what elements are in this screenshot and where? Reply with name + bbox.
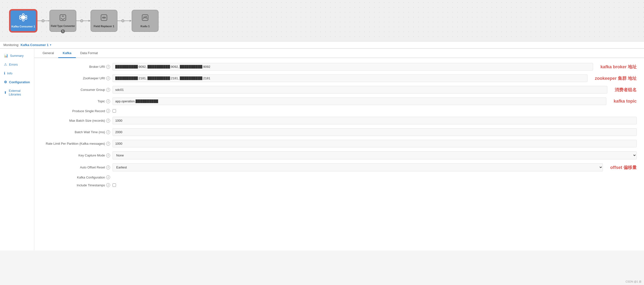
info-icon-auto-offset-reset[interactable]: i xyxy=(106,165,110,169)
field-type-converter-icon xyxy=(59,14,67,23)
sidebar-item-info[interactable]: ℹ Info xyxy=(0,69,34,78)
input-consumer-group[interactable] xyxy=(112,86,607,94)
input-zookeeper-uri[interactable] xyxy=(112,74,588,82)
pipeline-node-kudu[interactable]: Kudu 1 xyxy=(132,10,158,32)
main-layout: 📊 Summary ⚠ Errors ℹ Info ⚙ Configuratio… xyxy=(0,49,644,250)
pipeline-node-field-replacer[interactable]: Field Replacer 1 xyxy=(90,10,118,32)
info-icon-zookeeper-uri[interactable]: i xyxy=(106,76,110,80)
tab-general[interactable]: General xyxy=(38,49,58,58)
label-batch-wait-time: Batch Wait Time (ms) i xyxy=(42,130,110,134)
connector-3 xyxy=(118,19,132,22)
info-icon-consumer-group[interactable]: i xyxy=(106,88,110,92)
node-badge-field-type-converter: 1 xyxy=(61,29,65,33)
sidebar-item-errors[interactable]: ⚠ Errors xyxy=(0,60,34,69)
form-row-broker-uri: Broker URI i kafka broker 地址 xyxy=(42,63,637,71)
sidebar-label-configuration: Configuration xyxy=(9,80,30,84)
info-icon-topic[interactable]: i xyxy=(106,99,110,103)
annotation-topic: kafka topic xyxy=(614,99,637,104)
sidebar-label-external-libraries: External Libraries xyxy=(9,89,30,96)
info-icon-include-timestamps[interactable]: i xyxy=(106,183,110,187)
tab-bar: General Kafka Data Format xyxy=(34,49,644,58)
svg-marker-18 xyxy=(130,20,132,22)
svg-marker-15 xyxy=(88,20,90,22)
label-produce-single-record: Produce Single Record i xyxy=(42,109,110,113)
connector-2 xyxy=(76,19,90,22)
form-row-topic: Topic i kafka topic xyxy=(42,97,637,105)
errors-icon: ⚠ xyxy=(4,63,7,66)
svg-point-2 xyxy=(22,19,24,21)
node-label-field-type-converter: Field Type Converter xyxy=(51,25,75,28)
label-max-batch-size: Max Batch Size (records) i xyxy=(42,119,110,123)
monitoring-node-name[interactable]: Kafka Consumer 1 xyxy=(20,43,48,47)
connector-dot-3 xyxy=(121,19,124,22)
sidebar-label-errors: Errors xyxy=(9,63,18,66)
tab-kafka[interactable]: Kafka xyxy=(58,49,76,58)
form-row-auto-offset-reset: Auto Offset Reset i Earliest Latest None… xyxy=(42,163,637,171)
connector-dot-2 xyxy=(80,19,83,22)
info-icon-broker-uri[interactable]: i xyxy=(106,65,110,69)
svg-point-1 xyxy=(22,14,24,16)
node-box-field-type-converter[interactable]: Field Type Converter 1 xyxy=(50,10,76,32)
node-label-kafka-consumer: Kafka Consumer 1 xyxy=(12,25,35,28)
form-row-rate-limit: Rate Limit Per Partition (Kafka messages… xyxy=(42,140,637,147)
form-row-max-batch-size: Max Batch Size (records) i xyxy=(42,117,637,124)
pipeline-node-kafka-consumer[interactable]: Kafka Consumer 1 xyxy=(10,10,37,32)
info-icon-batch-wait-time[interactable]: i xyxy=(106,130,110,134)
svg-point-6 xyxy=(25,17,27,19)
label-consumer-group: Consumer Group i xyxy=(42,88,110,92)
checkbox-include-timestamps[interactable] xyxy=(112,183,116,187)
input-batch-wait-time[interactable] xyxy=(112,128,637,136)
kafka-consumer-icon xyxy=(19,13,28,24)
checkbox-produce-single-record[interactable] xyxy=(112,109,116,113)
sidebar-item-external-libraries[interactable]: ⬆ External Libraries xyxy=(0,86,34,99)
label-auto-offset-reset: Auto Offset Reset i xyxy=(42,165,110,169)
node-box-field-replacer[interactable]: Field Replacer 1 xyxy=(90,10,118,32)
select-auto-offset-reset[interactable]: Earliest Latest None xyxy=(112,163,603,171)
label-include-timestamps: Include Timestamps i xyxy=(42,183,110,187)
form-row-include-timestamps: Include Timestamps i xyxy=(42,183,637,187)
summary-icon: 📊 xyxy=(4,54,8,58)
form-row-produce-single-record: Produce Single Record i xyxy=(42,109,637,113)
external-libraries-icon: ⬆ xyxy=(4,91,7,95)
configuration-icon: ⚙ xyxy=(4,80,7,84)
monitoring-label: Monitoring: xyxy=(4,43,19,47)
svg-point-5 xyxy=(20,17,22,19)
form-row-batch-wait-time: Batch Wait Time (ms) i xyxy=(42,128,637,136)
info-icon-rate-limit[interactable]: i xyxy=(106,142,110,146)
node-box-kafka-consumer[interactable]: Kafka Consumer 1 xyxy=(10,10,37,32)
content-area: General Kafka Data Format Broker URI i k… xyxy=(34,49,644,250)
tab-data-format[interactable]: Data Format xyxy=(76,49,102,58)
sidebar-label-info: Info xyxy=(7,72,12,75)
form-area: Broker URI i kafka broker 地址 ZooKeeper U… xyxy=(34,58,644,196)
form-row-zookeeper-uri: ZooKeeper URI i zookeeper 集群 地址 xyxy=(42,74,637,82)
kudu-icon xyxy=(141,14,149,23)
label-key-capture-mode: Key Capture Mode i xyxy=(42,154,110,157)
pipeline-node-field-type-converter[interactable]: Field Type Converter 1 xyxy=(50,10,76,32)
sidebar: 📊 Summary ⚠ Errors ℹ Info ⚙ Configuratio… xyxy=(0,49,34,250)
sidebar-label-summary: Summary xyxy=(10,54,24,58)
annotation-zookeeper-uri: zookeeper 集群 地址 xyxy=(595,75,637,81)
input-rate-limit[interactable] xyxy=(112,140,637,147)
annotation-broker-uri: kafka broker 地址 xyxy=(600,64,637,70)
select-key-capture-mode[interactable]: None First Only All xyxy=(112,151,637,159)
monitoring-chevron[interactable]: ▾ xyxy=(50,43,52,47)
label-topic: Topic i xyxy=(42,99,110,103)
info-icon-max-batch-size[interactable]: i xyxy=(106,119,110,123)
input-broker-uri[interactable] xyxy=(112,63,593,71)
form-row-kafka-configuration: Kafka Configuration i xyxy=(42,175,637,179)
info-icon-produce-single-record[interactable]: i xyxy=(106,109,110,113)
label-broker-uri: Broker URI i xyxy=(42,65,110,69)
annotation-consumer-group: 消费者组名 xyxy=(615,87,637,93)
input-topic[interactable] xyxy=(112,97,606,105)
label-zookeeper-uri: ZooKeeper URI i xyxy=(42,76,110,80)
form-row-consumer-group: Consumer Group i 消费者组名 xyxy=(42,86,637,94)
input-max-batch-size[interactable] xyxy=(112,117,637,124)
connector-dot xyxy=(42,19,44,22)
sidebar-item-summary[interactable]: 📊 Summary xyxy=(0,51,34,60)
sidebar-item-configuration[interactable]: ⚙ Configuration xyxy=(0,78,34,86)
info-icon-kafka-configuration[interactable]: i xyxy=(106,175,110,179)
info-icon-key-capture-mode[interactable]: i xyxy=(106,154,110,157)
node-label-kudu: Kudu 1 xyxy=(140,25,150,28)
monitoring-bar: Monitoring: Kafka Consumer 1 ▾ xyxy=(0,42,644,49)
node-box-kudu[interactable]: Kudu 1 xyxy=(132,10,158,32)
